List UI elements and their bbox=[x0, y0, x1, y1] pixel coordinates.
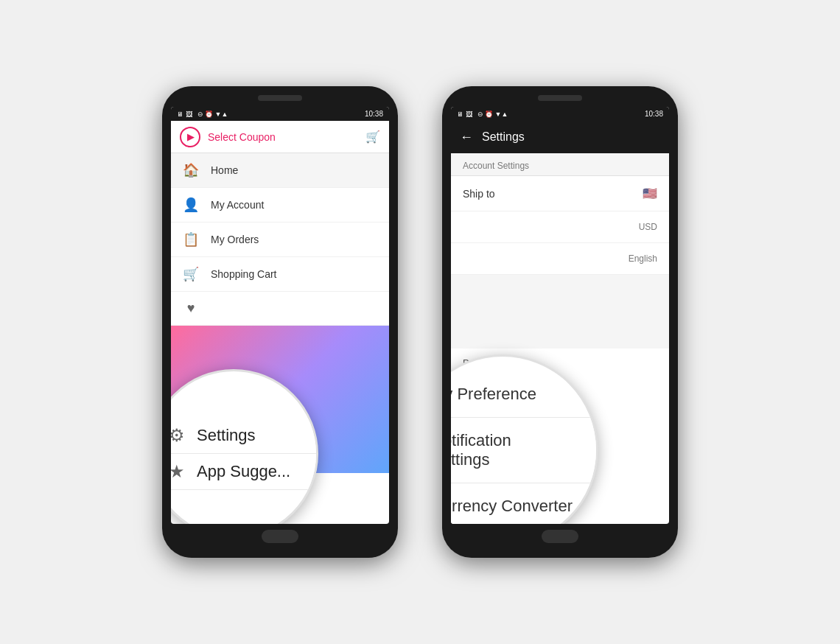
settings-title: Settings bbox=[482, 130, 525, 144]
drawer-item-home[interactable]: 🏠 Home bbox=[171, 153, 389, 188]
ship-to-item[interactable]: Ship to 🇺🇸 bbox=[451, 176, 669, 211]
status-icons-left: 🖥 🖼 ⊖ ⏰ ▼▲ bbox=[177, 111, 228, 118]
language-value: English bbox=[629, 253, 657, 264]
logo-icon: ▶ bbox=[187, 132, 194, 142]
zoom-preference-item[interactable]: My Preference bbox=[451, 371, 596, 418]
home-button-left[interactable] bbox=[262, 530, 298, 543]
ship-to-flag: 🇺🇸 bbox=[643, 186, 657, 200]
right-zoom-circle: My Preference Notification Settings Curr… bbox=[451, 354, 598, 524]
home-icon: 🏠 bbox=[183, 162, 199, 178]
account-icon: 👤 bbox=[183, 197, 199, 213]
time-left: 10:38 bbox=[365, 110, 383, 118]
left-screen: 🖥 🖼 ⊖ ⏰ ▼▲ 10:38 ▶ Select Coupon 🛒 🏠 Hom… bbox=[171, 107, 389, 524]
status-bar-right: 🖥 🖼 ⊖ ⏰ ▼▲ 10:38 bbox=[451, 107, 669, 121]
drawer-item-myorders[interactable]: 📋 My Orders bbox=[171, 223, 389, 257]
settings-zoom-icon: ⚙ bbox=[171, 425, 185, 446]
status-bar-left: 🖥 🖼 ⊖ ⏰ ▼▲ 10:38 bbox=[171, 107, 389, 121]
home-label: Home bbox=[211, 164, 238, 176]
phone-speaker-left bbox=[258, 95, 302, 101]
right-screen: 🖥 🖼 ⊖ ⏰ ▼▲ 10:38 ← Settings Account Sett… bbox=[451, 107, 669, 524]
drawer-item-shoppingcart[interactable]: 🛒 Shopping Cart bbox=[171, 257, 389, 292]
shoppingcart-label: Shopping Cart bbox=[211, 268, 277, 280]
cart-icon[interactable]: 🛒 bbox=[365, 130, 380, 144]
home-button-right[interactable] bbox=[542, 530, 578, 543]
myorders-label: My Orders bbox=[211, 234, 259, 245]
zoom-currency-item[interactable]: Currency Converter bbox=[451, 483, 596, 525]
app-bar-title: Select Coupon bbox=[208, 131, 358, 143]
system-icons-right: ⊖ ⏰ ▼▲ bbox=[477, 111, 508, 118]
time-right: 10:38 bbox=[645, 110, 663, 118]
wishlist-icon: ♥ bbox=[183, 301, 199, 316]
account-settings-header: Account Settings bbox=[451, 153, 669, 176]
zoom-appsugg-item[interactable]: ★ App Sugge... bbox=[171, 454, 316, 490]
appsugg-zoom-icon: ★ bbox=[171, 461, 185, 482]
language-item[interactable]: English bbox=[451, 243, 669, 275]
drawer-item-myaccount[interactable]: 👤 My Account bbox=[171, 188, 389, 223]
currency-zoom-label: Currency Converter bbox=[451, 497, 573, 516]
right-phone: 🖥 🖼 ⊖ ⏰ ▼▲ 10:38 ← Settings Account Sett… bbox=[442, 86, 678, 558]
app-bar: ▶ Select Coupon 🛒 bbox=[171, 121, 389, 153]
app-logo: ▶ bbox=[180, 127, 200, 147]
notification-zoom-label: Notification Settings bbox=[451, 431, 574, 469]
settings-zoom-label: Settings bbox=[197, 426, 256, 445]
shoppingcart-icon: 🛒 bbox=[183, 266, 199, 282]
orders-icon: 📋 bbox=[183, 231, 199, 248]
left-phone: 🖥 🖼 ⊖ ⏰ ▼▲ 10:38 ▶ Select Coupon 🛒 🏠 Hom… bbox=[162, 86, 398, 558]
currency-value: USD bbox=[639, 222, 657, 232]
notification-icons-right: 🖥 🖼 bbox=[457, 111, 472, 118]
zoom-settings-item[interactable]: ⚙ Settings bbox=[171, 418, 316, 454]
drawer-item-wishlist[interactable]: ♥ bbox=[171, 292, 389, 326]
ship-to-label: Ship to bbox=[463, 188, 495, 200]
zoom-notification-item[interactable]: Notification Settings bbox=[451, 418, 596, 483]
preference-zoom-label: My Preference bbox=[451, 385, 536, 404]
back-button[interactable]: ← bbox=[460, 130, 473, 145]
phone-speaker-right bbox=[538, 95, 582, 101]
status-icons-right: 🖥 🖼 ⊖ ⏰ ▼▲ bbox=[457, 111, 508, 118]
currency-item[interactable]: USD bbox=[451, 211, 669, 243]
myaccount-label: My Account bbox=[211, 199, 264, 211]
system-icons: ⊖ ⏰ ▼▲ bbox=[197, 111, 228, 118]
appsugg-zoom-label: App Sugge... bbox=[197, 462, 290, 481]
notification-icons: 🖥 🖼 bbox=[177, 111, 192, 118]
settings-bar: ← Settings bbox=[451, 121, 669, 153]
